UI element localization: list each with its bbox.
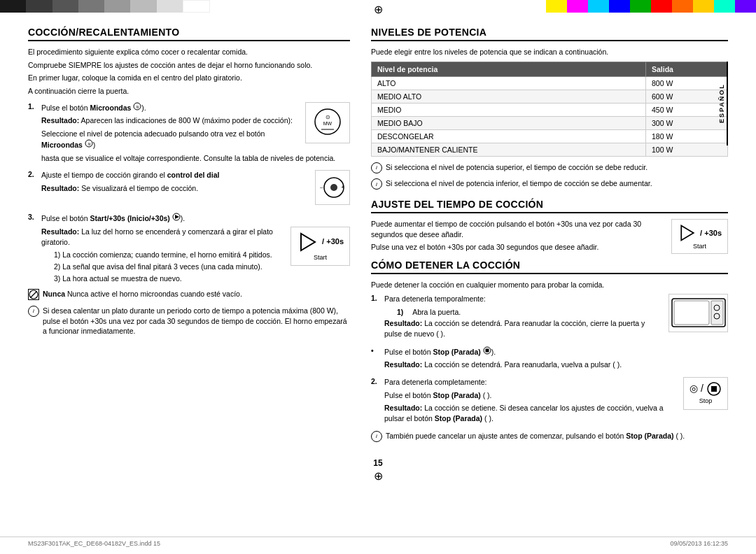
microwave-image — [668, 294, 728, 332]
note-never: Nunca Nunca active el horno microondas c… — [28, 289, 350, 302]
svg-rect-20 — [711, 301, 723, 325]
plus30s-label: / +30s — [322, 236, 344, 247]
color-block-r10 — [735, 0, 756, 13]
sub-step-2: 2) La señal que avisa del final pitará 3… — [54, 262, 284, 272]
niveles-intro: Puede elegir entre los niveles de potenc… — [371, 47, 728, 57]
ajuste-button-inner: / +30s — [678, 223, 722, 243]
note-niveles-1: i Si selecciona el nivel de potencia sup… — [371, 162, 728, 176]
detener-result-bullet: Resultado: La cocción se detendrá. Para … — [384, 360, 728, 370]
svg-text:≋: ≋ — [87, 142, 90, 146]
table-cell: MEDIO — [372, 103, 646, 116]
note-tip: i Si desea calentar un plato durante un … — [28, 306, 350, 339]
color-block-7 — [157, 0, 183, 13]
color-block-r3 — [588, 0, 609, 13]
result-1-line2: Seleccione el nivel de potencia adecuado… — [41, 129, 350, 150]
table-cell: MEDIO ALTO — [372, 90, 646, 103]
color-block-6 — [130, 0, 156, 13]
start-inline-icon — [172, 213, 181, 221]
ajuste-start-label: Start — [678, 243, 722, 250]
detener-bullet-content: Pulse el botón Stop (Parada) ). Resultad… — [384, 346, 728, 373]
note-niveles-1-text: Si selecciona el nivel de potencia super… — [386, 162, 648, 173]
note-niveles-2: i Si selecciona el nivel de potencia inf… — [371, 178, 728, 192]
step-2-content: – + Ajuste el tiempo de cocción girando … — [41, 170, 350, 208]
step-2: 2. – + Ajuste el tiempo de cocción giran… — [28, 170, 350, 208]
step-3: 3. Pulse el botón Start/+30s (Inicio/+30… — [28, 213, 350, 285]
note-detener: i También puede cancelar un ajuste antes… — [371, 431, 728, 444]
result-1-line3: hasta que se visualice el voltaje corres… — [41, 153, 350, 164]
table-cell: ALTO — [372, 76, 646, 90]
color-block-2 — [26, 0, 52, 13]
footer: MS23F301TAK_EC_DE68-04182V_ES.indd 15 09… — [0, 537, 756, 547]
step-2-text: Ajuste el tiempo de cocción girando el c… — [41, 170, 350, 180]
svg-rect-26 — [711, 386, 717, 392]
detener-step-1-num: 1. — [371, 294, 381, 342]
microwave-inline-icon-2: ≋ — [85, 139, 93, 148]
page-number: 15 — [0, 458, 756, 468]
step-2-num: 2. — [28, 170, 38, 208]
note-never-text: Nunca Nunca active el horno microondas c… — [43, 289, 242, 299]
svg-rect-19 — [674, 301, 709, 325]
color-block-r2 — [567, 0, 588, 13]
note-niveles-2-text: Si selecciona el nivel de potencia infer… — [386, 178, 652, 189]
color-block-r4 — [609, 0, 630, 13]
detener-step-2-num: 2. — [371, 377, 381, 427]
detener-sub-text: Pulse el botón Stop (Parada) ( ). — [384, 390, 728, 401]
start-label: Start — [297, 253, 344, 262]
ajuste-text-block: Puede aumentar el tiempo de cocción puls… — [371, 219, 664, 255]
top-color-bar: ⊕ — [0, 0, 756, 13]
svg-text:⊙: ⊙ — [326, 114, 330, 120]
table-cell: 450 W — [645, 103, 727, 116]
svg-point-10 — [330, 184, 337, 191]
start-icon-svg — [297, 231, 319, 253]
detener-step-1: 1. Para detenerla temporalmente: 1) Abra… — [371, 294, 728, 342]
power-levels-table: Nivel de potencia Salida ALTO800 WMEDIO … — [371, 62, 728, 157]
right-color-blocks — [546, 0, 756, 13]
svg-marker-14 — [301, 234, 315, 250]
start-button-inner: / +30s — [297, 231, 344, 253]
ajuste-button-icon-box: / +30s Start — [671, 219, 728, 254]
note-tip-icon: i — [28, 306, 39, 317]
note-detener-text: También puede cancelar un ajuste antes d… — [386, 431, 685, 441]
svg-text:–: – — [320, 184, 323, 190]
detener-result-2: Resultado: La cocción se detiene. Si des… — [384, 403, 728, 423]
detener-bullet-text: Pulse el botón Stop (Parada) ). — [384, 346, 728, 357]
table-cell: 800 W — [645, 76, 727, 90]
svg-text:MW: MW — [323, 121, 332, 126]
note-niveles-1-icon: i — [371, 162, 382, 173]
section-title-cooking: COCCIÓN/RECALENTAMIENTO — [28, 27, 350, 41]
microwave-button-icon-box: ⊙ MW — [305, 102, 350, 144]
svg-text:+: + — [341, 184, 344, 190]
dial-icon-box: – + — [315, 170, 350, 205]
registration-mark-bottom: ⊕ — [0, 469, 756, 483]
stop-button-icon-box: ◎ / Stop — [683, 377, 728, 410]
color-block-5 — [104, 0, 130, 13]
table-cell: MEDIO BAJO — [372, 116, 646, 129]
detener-step-1-content: Para detenerla temporalmente: 1) Abra la… — [384, 294, 728, 342]
sub-step-3: 3) La hora actual se muestra de nuevo. — [54, 274, 350, 284]
color-block-1 — [0, 0, 26, 13]
detener-step-2-content: ◎ / Stop Para detenerla completamente: P… — [384, 377, 728, 427]
color-block-r5 — [630, 0, 651, 13]
left-column: COCCIÓN/RECALENTAMIENTO El procedimiento… — [28, 27, 350, 447]
table-cell: 600 W — [645, 90, 727, 103]
section-title-detener: CÓMO DETENER LA COCCIÓN — [371, 260, 728, 274]
prohibition-icon — [29, 290, 38, 299]
step-3-num: 3. — [28, 213, 38, 285]
step-1-text: Pulse el botón Microondas ≋). — [41, 102, 350, 113]
svg-marker-17 — [681, 226, 694, 241]
stop-icon-svg — [706, 381, 722, 397]
detener-intro: Puede detener la cocción en cualquier mo… — [371, 280, 728, 290]
note-never-icon — [28, 289, 39, 300]
detener-bullet-num: • — [371, 346, 381, 373]
detener-sub-step: 1) Abra la puerta. — [397, 307, 663, 318]
color-block-r8 — [693, 0, 714, 13]
table-cell: 300 W — [645, 116, 727, 129]
left-color-blocks — [0, 0, 210, 13]
detener-bullet-step: • Pulse el botón Stop (Parada) ). Result… — [371, 346, 728, 373]
detener-step-2-text: Para detenerla completamente: — [384, 377, 728, 388]
stop-inline-icon-1 — [483, 346, 491, 355]
intro-p3: En primer lugar, coloque la comida en el… — [28, 73, 350, 83]
stop-button-symbol: ◎ — [690, 382, 698, 396]
table-cell: BAJO/MANTENER CALIENTE — [372, 143, 646, 156]
svg-rect-24 — [485, 348, 489, 352]
